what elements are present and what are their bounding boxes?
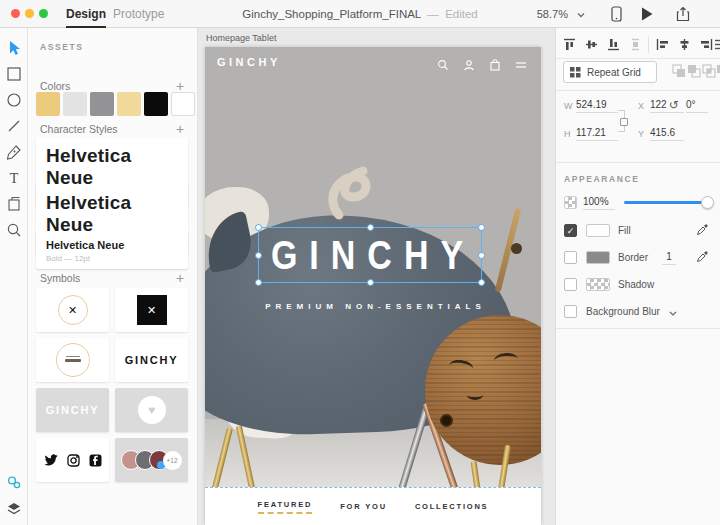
hero-title-text: GINCHY	[265, 232, 475, 278]
selection-handle[interactable]	[478, 279, 485, 286]
fill-checkbox[interactable]: ✓	[564, 224, 577, 237]
color-swatch[interactable]	[36, 92, 60, 116]
boolean-add-icon[interactable]	[672, 64, 686, 78]
symbol-ginchy-logo-light[interactable]: GINCHY	[36, 388, 109, 432]
select-tool-icon[interactable]	[6, 40, 22, 56]
height-label: H	[564, 129, 571, 139]
selection-handle[interactable]	[367, 224, 374, 231]
height-field[interactable]: 117.21	[576, 127, 618, 141]
symbol-avatar-group[interactable]: +12	[115, 438, 188, 482]
line-tool-icon[interactable]	[6, 118, 22, 134]
selection-handle[interactable]	[478, 224, 485, 231]
border-width-field[interactable]: 1	[662, 251, 676, 265]
selection-handle[interactable]	[255, 252, 262, 259]
fill-color-swatch[interactable]	[586, 224, 610, 237]
width-field[interactable]: 524.19	[576, 99, 618, 113]
tab-design[interactable]: Design	[66, 0, 106, 28]
boolean-exclude-icon[interactable]	[716, 64, 720, 78]
divider	[556, 162, 720, 163]
opacity-field[interactable]: 100%	[583, 196, 615, 210]
y-field[interactable]: 415.6	[650, 127, 684, 141]
color-swatch[interactable]	[144, 92, 168, 116]
facebook-icon	[89, 454, 102, 467]
chevron-down-icon[interactable]	[669, 308, 677, 319]
selection-handle[interactable]	[367, 279, 374, 286]
ginchy-logo[interactable]: GINCHY	[217, 56, 281, 68]
divider	[648, 36, 649, 53]
opacity-slider[interactable]	[624, 201, 708, 204]
window-minimize-button[interactable]	[25, 9, 34, 18]
design-canvas[interactable]: Homepage Tablet	[198, 28, 555, 525]
hero-subtitle-text[interactable]: PREMIUM NON-ESSENTIALS	[205, 302, 541, 311]
layers-panel-icon[interactable]	[6, 501, 22, 517]
nav-item-collections[interactable]: COLLECTIONS	[415, 502, 489, 511]
tab-prototype[interactable]: Prototype	[113, 0, 164, 28]
color-swatch[interactable]	[171, 92, 195, 116]
pen-tool-icon[interactable]	[6, 144, 22, 160]
assets-panel-icon[interactable]	[6, 474, 22, 490]
selection-handle[interactable]	[255, 279, 262, 286]
align-right-icon[interactable]	[700, 38, 713, 51]
selection-handle[interactable]	[255, 224, 262, 231]
align-bottom-icon[interactable]	[607, 38, 620, 51]
symbol-circle-cta[interactable]	[36, 338, 109, 382]
artboard-homepage-tablet[interactable]: GINCHY GINCHY PREMIUM NON-ESSENTIALS FEA	[205, 47, 541, 525]
rectangle-tool-icon[interactable]	[6, 66, 22, 82]
ellipse-tool-icon[interactable]	[6, 92, 22, 108]
window-zoom-button[interactable]	[39, 9, 48, 18]
align-top-icon[interactable]	[563, 38, 576, 51]
boolean-subtract-icon[interactable]	[687, 64, 701, 78]
zoom-level-dropdown[interactable]: 58.7%	[537, 0, 585, 28]
chevron-down-icon	[577, 0, 585, 28]
lock-aspect-icon[interactable]	[618, 110, 625, 132]
selected-text-layer[interactable]: GINCHY	[258, 227, 482, 283]
eyedropper-icon[interactable]	[696, 250, 709, 265]
distribute-horizontal-icon[interactable]	[714, 38, 720, 51]
search-icon[interactable]	[437, 57, 449, 75]
menu-icon[interactable]	[515, 57, 527, 75]
symbol-close-square[interactable]: ✕	[115, 288, 188, 332]
zoom-tool-icon[interactable]	[6, 222, 22, 238]
symbol-ginchy-logo-dark[interactable]: GINCHY	[115, 338, 188, 382]
text-tool-icon[interactable]: T	[6, 170, 22, 186]
character-style-item[interactable]: Helvetica Neue Bold — 12pt	[36, 232, 188, 269]
color-swatch[interactable]	[117, 92, 141, 116]
color-swatch[interactable]	[63, 92, 87, 116]
add-character-style-button[interactable]: +	[173, 123, 187, 135]
symbol-social-icons[interactable]	[36, 438, 109, 482]
border-checkbox[interactable]	[564, 251, 577, 264]
selection-handle[interactable]	[478, 252, 485, 259]
color-swatch[interactable]	[90, 92, 114, 116]
repeat-grid-button[interactable]: Repeat Grid	[563, 61, 657, 83]
opacity-slider-handle[interactable]	[701, 196, 714, 209]
style-name: Helvetica Neue	[46, 145, 178, 189]
ginchy-wordmark: GINCHY	[125, 354, 179, 366]
artboard-label[interactable]: Homepage Tablet	[206, 33, 276, 43]
align-center-icon[interactable]	[678, 38, 691, 51]
user-icon[interactable]	[463, 57, 475, 75]
nav-item-for-you[interactable]: FOR YOU	[340, 502, 387, 511]
eyedropper-icon[interactable]	[696, 223, 709, 238]
shopping-bag-icon[interactable]	[489, 57, 501, 75]
align-left-icon[interactable]	[656, 38, 669, 51]
add-color-button[interactable]: +	[173, 80, 187, 92]
background-blur-checkbox[interactable]	[564, 305, 577, 318]
svg-text:T: T	[10, 171, 19, 186]
rotation-field[interactable]: 0°	[686, 99, 708, 113]
artboard-tool-icon[interactable]	[6, 196, 22, 212]
share-export-icon[interactable]	[676, 6, 690, 26]
preview-play-icon[interactable]	[640, 6, 654, 26]
symbol-heart-button[interactable]: ♥	[115, 388, 188, 432]
symbol-close-circle[interactable]: ✕	[36, 288, 109, 332]
add-symbol-button[interactable]: +	[173, 272, 187, 284]
align-middle-icon[interactable]	[585, 38, 598, 51]
distribute-vertical-icon[interactable]	[629, 38, 642, 51]
border-label: Border	[618, 252, 648, 263]
boolean-intersect-icon[interactable]	[702, 64, 716, 78]
property-inspector: Repeat Grid W 524.19 X 122 ↻ 0° H 117.21…	[555, 28, 720, 525]
border-color-swatch[interactable]	[586, 251, 610, 264]
device-preview-icon[interactable]	[611, 6, 622, 26]
window-close-button[interactable]	[11, 9, 20, 18]
shadow-checkbox[interactable]	[564, 278, 577, 291]
nav-item-featured[interactable]: FEATURED	[258, 500, 313, 514]
